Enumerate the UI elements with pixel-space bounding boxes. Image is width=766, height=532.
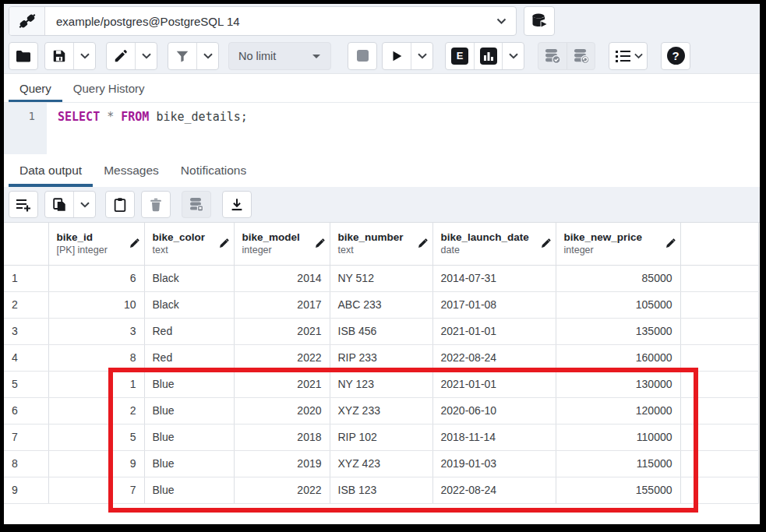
column-header-bike-number[interactable]: bike_numbertext — [330, 223, 432, 265]
data-cell[interactable]: NY 512 — [330, 265, 432, 291]
edit-column-pencil-icon[interactable] — [541, 238, 551, 248]
paste-button[interactable] — [105, 191, 135, 218]
download-button[interactable] — [222, 191, 252, 218]
data-cell[interactable]: 7 — [48, 477, 144, 503]
data-cell[interactable]: 2 — [48, 397, 144, 424]
copy-options-chevron[interactable] — [73, 192, 95, 217]
data-cell[interactable]: 2018 — [234, 424, 330, 450]
copy-button[interactable] — [45, 192, 73, 217]
data-cell[interactable]: 2021 — [234, 318, 330, 344]
data-cell[interactable]: 120000 — [556, 397, 680, 424]
row-number-cell[interactable]: 4 — [4, 344, 48, 371]
execute-options-chevron[interactable] — [411, 43, 432, 69]
data-cell[interactable]: 2018-11-14 — [432, 424, 556, 450]
filter-options-chevron[interactable] — [196, 43, 218, 69]
new-connection-button[interactable] — [524, 6, 555, 36]
data-cell[interactable]: 2019-01-03 — [432, 450, 556, 477]
edit-column-pencil-icon[interactable] — [665, 238, 676, 248]
row-number-cell[interactable]: 1 — [4, 265, 48, 291]
filter-button[interactable] — [168, 43, 196, 69]
data-cell[interactable]: 2022 — [234, 344, 330, 371]
data-cell[interactable]: 2022 — [234, 477, 330, 503]
row-limit-select[interactable]: No limit — [228, 42, 331, 70]
commit-button[interactable] — [538, 43, 567, 69]
data-cell[interactable]: 2021-01-01 — [432, 371, 556, 397]
column-header-bike-color[interactable]: bike_colortext — [144, 223, 234, 265]
data-cell[interactable]: 110000 — [556, 424, 680, 450]
open-file-button[interactable] — [9, 42, 38, 70]
data-cell[interactable]: 6 — [48, 265, 144, 291]
data-cell[interactable]: 155000 — [556, 477, 680, 503]
edit-column-pencil-icon[interactable] — [219, 238, 229, 248]
data-cell[interactable]: ISB 123 — [330, 477, 432, 503]
data-cell[interactable]: Blue — [144, 450, 234, 477]
delete-row-button[interactable] — [141, 191, 171, 218]
explain-options-chevron[interactable] — [502, 43, 524, 69]
data-cell[interactable]: Blue — [144, 397, 234, 424]
data-cell[interactable]: 2020-06-10 — [432, 397, 556, 424]
macros-button[interactable] — [609, 42, 648, 70]
data-cell[interactable]: 85000 — [556, 265, 680, 291]
explain-analyze-button[interactable] — [474, 43, 502, 69]
tab-query-history[interactable]: Query History — [62, 74, 156, 102]
add-row-button[interactable] — [9, 191, 38, 218]
data-cell[interactable]: 1 — [48, 371, 144, 397]
connection-status-cell[interactable] — [9, 7, 45, 35]
tab-data-output[interactable]: Data output — [9, 154, 93, 187]
data-cell[interactable]: Blue — [144, 477, 234, 503]
rollback-button[interactable] — [567, 43, 595, 69]
data-cell[interactable]: 2014-07-31 — [432, 265, 556, 291]
stop-button[interactable] — [348, 42, 377, 70]
data-cell[interactable]: Black — [144, 291, 234, 318]
data-cell[interactable]: NY 123 — [330, 371, 432, 397]
data-cell[interactable]: ABC 233 — [330, 291, 432, 318]
row-number-cell[interactable]: 3 — [4, 318, 48, 344]
tab-messages[interactable]: Messages — [93, 154, 170, 187]
data-cell[interactable]: 8 — [48, 344, 144, 371]
data-cell[interactable]: XYZ 233 — [330, 397, 432, 424]
help-button[interactable]: ? — [661, 42, 690, 70]
data-cell[interactable]: 105000 — [556, 291, 680, 318]
row-number-cell[interactable]: 9 — [4, 477, 48, 503]
data-cell[interactable]: Red — [144, 318, 234, 344]
data-cell[interactable]: 160000 — [556, 344, 680, 371]
tab-query[interactable]: Query — [9, 74, 62, 102]
data-cell[interactable]: 2022-08-24 — [432, 344, 556, 371]
data-cell[interactable]: 2022-08-24 — [432, 477, 556, 503]
data-cell[interactable]: 5 — [48, 424, 144, 450]
data-cell[interactable]: XYZ 423 — [330, 450, 432, 477]
data-cell[interactable]: 2021 — [234, 371, 330, 397]
data-cell[interactable]: 2014 — [234, 265, 330, 291]
data-cell[interactable]: Black — [144, 265, 234, 291]
row-number-cell[interactable]: 2 — [4, 291, 48, 318]
edit-column-pencil-icon[interactable] — [129, 238, 139, 248]
data-cell[interactable]: 2021-01-01 — [432, 318, 556, 344]
explain-button[interactable]: E — [446, 43, 474, 69]
data-cell[interactable]: Blue — [144, 371, 234, 397]
column-header-bike-launch-date[interactable]: bike_launch_datedate — [432, 223, 556, 265]
data-cell[interactable]: 2017-01-08 — [432, 291, 556, 318]
connection-dropdown[interactable]: example/postgres@PostgreSQL 14 — [9, 6, 517, 36]
column-header-bike-id[interactable]: bike_id[PK] integer — [48, 223, 144, 265]
row-number-cell[interactable]: 7 — [4, 424, 48, 450]
data-cell[interactable]: 2020 — [234, 397, 330, 424]
data-cell[interactable]: 10 — [48, 291, 144, 318]
sql-line-code[interactable]: SELECT * FROM bike_details; — [47, 103, 248, 154]
data-cell[interactable]: 3 — [48, 318, 144, 344]
column-header-bike-model[interactable]: bike_modelinteger — [234, 223, 330, 265]
edit-button[interactable] — [107, 43, 135, 69]
edit-column-pencil-icon[interactable] — [418, 238, 428, 248]
data-cell[interactable]: 9 — [48, 450, 144, 477]
save-button[interactable] — [45, 43, 73, 69]
data-cell[interactable]: ISB 456 — [330, 318, 432, 344]
edit-column-pencil-icon[interactable] — [315, 238, 325, 248]
sql-editor[interactable]: 1 SELECT * FROM bike_details; — [4, 103, 760, 154]
data-cell[interactable]: 130000 — [556, 371, 680, 397]
tab-notifications[interactable]: Notifications — [170, 154, 257, 187]
data-cell[interactable]: RIP 102 — [330, 424, 432, 450]
data-cell[interactable]: 115000 — [556, 450, 680, 477]
data-cell[interactable]: 135000 — [556, 318, 680, 344]
data-cell[interactable]: 2017 — [234, 291, 330, 318]
save-data-button[interactable] — [182, 191, 211, 218]
data-cell[interactable]: Red — [144, 344, 234, 371]
